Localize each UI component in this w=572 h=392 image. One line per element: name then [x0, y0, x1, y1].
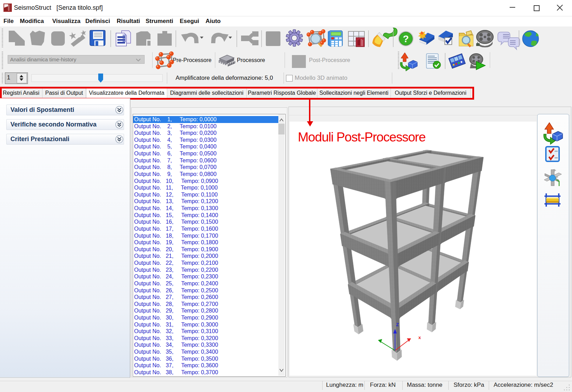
svg-text:?: ?	[403, 33, 409, 44]
